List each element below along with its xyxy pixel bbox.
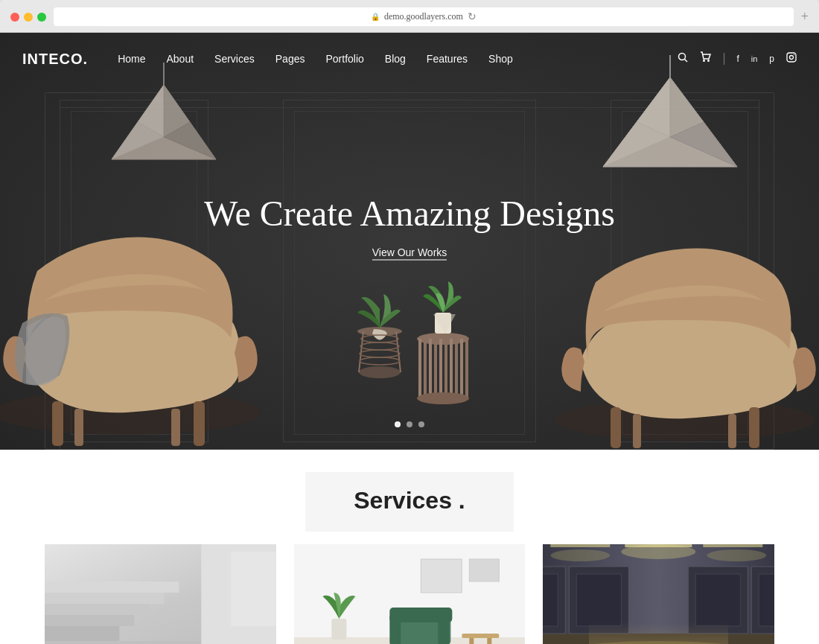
hero-text: We Create Amazing Designs View Our Works <box>204 193 615 261</box>
browser-dots <box>10 13 46 22</box>
nav-about[interactable]: About <box>166 53 194 65</box>
nav-home[interactable]: Home <box>118 53 145 65</box>
svg-rect-78 <box>487 638 491 644</box>
slider-dot-3[interactable] <box>418 421 424 427</box>
page-content: INTECO. Home About Services Pages Portfo… <box>0 33 819 644</box>
svg-rect-46 <box>465 339 468 398</box>
close-dot[interactable] <box>10 13 19 22</box>
service-card-2[interactable] <box>294 544 526 644</box>
svg-point-94 <box>707 549 767 561</box>
svg-rect-45 <box>460 339 463 398</box>
nav-links: Home About Services Pages Portfolio Blog… <box>118 53 678 65</box>
maximize-dot[interactable] <box>37 13 46 22</box>
svg-rect-75 <box>438 615 449 644</box>
search-icon[interactable] <box>678 52 688 66</box>
hero-headline: We Create Amazing Designs <box>204 193 615 234</box>
svg-rect-62 <box>45 615 134 626</box>
svg-rect-41 <box>439 339 442 398</box>
svg-point-52 <box>707 60 710 62</box>
linkedin-icon[interactable]: in <box>751 54 758 63</box>
nav-shop[interactable]: Shop <box>488 53 513 65</box>
svg-rect-25 <box>749 407 759 448</box>
new-tab-button[interactable]: + <box>801 9 809 25</box>
nav-icons: f in p <box>678 51 797 66</box>
nav-features[interactable]: Features <box>427 53 468 65</box>
svg-rect-27 <box>728 414 736 448</box>
nav-blog[interactable]: Blog <box>385 53 406 65</box>
slider-dots <box>395 421 424 427</box>
svg-rect-95 <box>551 544 611 547</box>
pinterest-icon[interactable]: p <box>769 54 774 64</box>
svg-rect-70 <box>421 559 462 593</box>
service-image-corridor <box>543 544 774 644</box>
svg-point-55 <box>794 54 794 55</box>
svg-rect-44 <box>455 339 458 398</box>
svg-rect-59 <box>45 581 179 593</box>
svg-point-92 <box>551 549 611 561</box>
service-image-staircase <box>45 544 276 644</box>
svg-rect-77 <box>469 638 474 644</box>
svg-point-51 <box>703 60 705 62</box>
services-title: Services . <box>45 487 774 514</box>
svg-rect-63 <box>45 626 119 641</box>
address-bar[interactable]: 🔒 demo.goodlayers.com ↻ <box>54 7 794 26</box>
refresh-button[interactable]: ↻ <box>468 10 477 23</box>
nav-portfolio[interactable]: Portfolio <box>325 53 363 65</box>
browser-window: 🔒 demo.goodlayers.com ↻ + <box>0 0 819 644</box>
facebook-icon[interactable]: f <box>736 54 739 64</box>
svg-point-35 <box>360 357 400 365</box>
svg-rect-82 <box>543 634 774 644</box>
browser-chrome: 🔒 demo.goodlayers.com ↻ + <box>0 0 819 33</box>
svg-rect-91 <box>759 574 774 626</box>
slider-dot-2[interactable] <box>407 421 412 427</box>
navbar: INTECO. Home About Services Pages Portfo… <box>0 33 819 85</box>
svg-rect-76 <box>462 634 499 638</box>
svg-rect-61 <box>45 604 149 615</box>
svg-line-50 <box>685 60 688 63</box>
lock-icon: 🔒 <box>371 13 380 21</box>
svg-rect-21 <box>74 409 83 446</box>
svg-point-47 <box>417 392 469 404</box>
svg-rect-43 <box>450 339 453 398</box>
svg-point-29 <box>359 366 401 378</box>
svg-rect-89 <box>696 574 741 626</box>
svg-rect-60 <box>45 593 164 604</box>
instagram-icon[interactable] <box>786 52 797 66</box>
services-section: Services . <box>0 450 819 644</box>
service-image-living <box>294 544 526 644</box>
hero-section: INTECO. Home About Services Pages Portfo… <box>0 33 819 450</box>
services-header: Services . <box>45 487 774 514</box>
svg-point-33 <box>360 342 399 350</box>
svg-rect-71 <box>469 559 499 581</box>
cart-icon[interactable] <box>700 51 712 66</box>
service-card-1[interactable] <box>45 544 276 644</box>
svg-rect-37 <box>418 339 421 398</box>
svg-rect-87 <box>577 574 622 626</box>
site-logo[interactable]: INTECO. <box>22 51 88 68</box>
svg-rect-85 <box>543 574 558 626</box>
nav-pages[interactable]: Pages <box>275 53 305 65</box>
svg-rect-40 <box>434 339 437 398</box>
nav-services[interactable]: Services <box>214 53 255 65</box>
svg-rect-19 <box>52 401 63 446</box>
nav-divider <box>724 53 724 65</box>
minimize-dot[interactable] <box>24 13 33 22</box>
svg-rect-96 <box>625 544 692 547</box>
svg-rect-53 <box>787 53 796 62</box>
svg-rect-26 <box>633 414 641 448</box>
services-grid <box>45 544 774 644</box>
svg-rect-66 <box>231 552 275 626</box>
address-text: demo.goodlayers.com <box>384 11 463 22</box>
svg-point-54 <box>790 56 794 60</box>
svg-point-34 <box>360 350 400 357</box>
svg-rect-24 <box>611 407 621 448</box>
svg-rect-42 <box>444 339 447 398</box>
svg-rect-97 <box>704 544 763 547</box>
service-card-3[interactable] <box>543 544 774 644</box>
svg-point-49 <box>679 54 686 60</box>
slider-dot-1[interactable] <box>395 421 401 427</box>
svg-rect-74 <box>389 615 401 644</box>
hero-cta-button[interactable]: View Our Works <box>372 246 447 261</box>
svg-rect-39 <box>429 339 432 398</box>
svg-rect-38 <box>424 339 427 398</box>
